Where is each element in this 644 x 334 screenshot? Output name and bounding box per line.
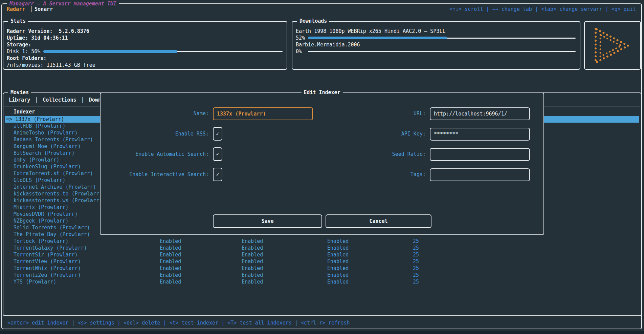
- seed-ratio-input[interactable]: [430, 148, 530, 161]
- downloads-panel: Downloads Earth 1998 1080p WEBRip x265 H…: [292, 21, 580, 70]
- indexer-name: altHUB (Prowlarr): [14, 123, 66, 129]
- save-button[interactable]: Save: [213, 214, 322, 228]
- managarr-app: Managarr – A Servarr management TUI Rada…: [0, 0, 644, 334]
- indexer-priority: 25: [391, 251, 419, 258]
- name-input[interactable]: 1337x (Prowlarr): [213, 107, 313, 120]
- indexer-interactive-search: Enabled: [327, 251, 349, 258]
- movies-tab-separator: │: [81, 97, 84, 103]
- root-folder-free: /nfs/movies: 11511.43 GB free: [7, 62, 95, 68]
- indexer-name: TorrentView (Prowlarr): [14, 258, 81, 265]
- api-key-input[interactable]: ********: [430, 128, 530, 141]
- indexer-priority: 25: [391, 278, 419, 285]
- servarr-tab-separator: │: [30, 6, 33, 13]
- indexer-rss: Enabled: [160, 238, 181, 245]
- download-item-name: Earth 1998 1080p WEBRip x265 Hindi AAC2.…: [296, 28, 446, 35]
- url-input[interactable]: http://localhost:9696/1/: [430, 107, 530, 120]
- indexer-auto-search: Enabled: [242, 238, 263, 245]
- indexer-priority: 25: [391, 238, 419, 245]
- indexer-priority: 25: [391, 258, 419, 265]
- indexer-name: Solid Torrents (Prowlarr): [14, 224, 90, 231]
- indexer-column-header: Indexer: [14, 108, 35, 115]
- tags-input[interactable]: [430, 168, 530, 181]
- disk-usage-bar: [43, 49, 283, 54]
- tab-sonarr[interactable]: Sonarr: [35, 6, 53, 13]
- indexer-name: AnimeTosho (Prowlarr): [14, 129, 78, 136]
- root-folders-heading: Root Folders:: [7, 55, 46, 62]
- managarr-play-logo-icon: [590, 25, 635, 67]
- stats-panel-title: Stats: [8, 18, 28, 24]
- download-progress-bar: [308, 49, 576, 54]
- downloads-panel-title: Downloads: [297, 18, 329, 24]
- tab-radarr[interactable]: Radarr: [7, 6, 25, 13]
- top-keybind-hints: <↑↓> scroll | ←→ change tab | <tab> chan…: [449, 6, 636, 13]
- movies-panel-title: Movies: [8, 89, 31, 96]
- cancel-button[interactable]: Cancel: [326, 214, 431, 228]
- download-progress-bar: [308, 36, 576, 40]
- indexer-name: Badass Torrents (Prowlarr): [14, 136, 93, 143]
- indexer-rss: Enabled: [160, 272, 181, 278]
- terminal-edge-strip: [0, 331, 644, 334]
- download-item-name: Barbie.Mermaidia.2006: [296, 41, 360, 48]
- indexer-auto-search: Enabled: [242, 245, 263, 251]
- indexer-auto-search: Enabled: [242, 251, 263, 258]
- edit-indexer-modal: Edit Indexer Name: 1337x (Prowlarr) Enab…: [100, 92, 544, 235]
- table-row[interactable]: Torlock (Prowlarr)EnabledEnabledEnabled2…: [5, 238, 639, 245]
- enable-automatic-search-checkbox[interactable]: ✓: [213, 147, 222, 161]
- tags-label: Tags:: [339, 168, 426, 181]
- indexer-rss: Enabled: [160, 251, 181, 258]
- table-row[interactable]: Torrentz2eu (Prowlarr)EnabledEnabledEnab…: [5, 272, 639, 278]
- enable-rss-checkbox[interactable]: ✓: [213, 127, 222, 141]
- indexer-interactive-search: Enabled: [327, 272, 349, 278]
- table-row[interactable]: YTS (Prowlarr)EnabledEnabledEnabled25: [5, 278, 639, 285]
- radarr-version: Radarr Version: 5.2.6.8376: [7, 28, 89, 35]
- table-row[interactable]: TorrentGalaxy (Prowlarr)EnabledEnabledEn…: [5, 245, 639, 251]
- indexer-name: BitSearch (Prowlarr): [14, 150, 75, 156]
- indexer-rss: Enabled: [160, 278, 181, 285]
- download-item-percent: 52%: [296, 35, 305, 41]
- tab-collections[interactable]: Collections: [43, 97, 76, 103]
- indexer-name: TorrentSir (Prowlarr): [14, 251, 78, 258]
- seed-ratio-label: Seed Ratio:: [339, 147, 426, 161]
- indexer-rss: Enabled: [160, 245, 181, 251]
- table-row[interactable]: TorrentView (Prowlarr)EnabledEnabledEnab…: [5, 258, 639, 265]
- indexer-auto-search: Enabled: [242, 265, 263, 272]
- table-row[interactable]: TorrentWhiz (Prowlarr)EnabledEnabledEnab…: [5, 265, 639, 272]
- indexer-rss: Enabled: [160, 258, 181, 265]
- indexer-priority: 25: [391, 272, 419, 278]
- storage-heading: Storage:: [7, 41, 31, 48]
- indexer-rss: Enabled: [160, 265, 181, 272]
- indexer-name: MoviesDVDR (Prowlarr): [14, 211, 78, 217]
- indexer-interactive-search: Enabled: [327, 245, 349, 251]
- indexer-name: NZBgeek (Prowlarr): [14, 217, 69, 224]
- disk-bar-fill: [43, 50, 177, 53]
- download-bar-track: [308, 51, 576, 52]
- modal-title: Edit Indexer: [301, 89, 342, 96]
- indexer-name: TorrentWhiz (Prowlarr): [14, 265, 81, 272]
- indexer-interactive-search: Enabled: [327, 258, 349, 265]
- indexer-name: dmhy (Prowlarr): [14, 156, 59, 163]
- indexer-name: Internet Archive (Prowlarr): [14, 184, 96, 190]
- indexer-auto-search: Enabled: [242, 278, 263, 285]
- enable-interactive-search-checkbox[interactable]: ✓: [213, 168, 222, 181]
- uptime: Uptime: 31d 04:36:11: [7, 35, 68, 41]
- indexer-name: GloDLS (Prowlarr): [14, 177, 66, 184]
- stats-panel: Stats Radarr Version: 5.2.6.8376 Uptime:…: [3, 21, 287, 70]
- url-label: URL:: [339, 107, 426, 120]
- indexer-name: Torrentz2eu (Prowlarr): [14, 272, 81, 278]
- indexer-auto-search: Enabled: [242, 272, 263, 278]
- indexer-interactive-search: Enabled: [327, 265, 349, 272]
- indexer-name: The Pirate Bay (Prowlarr): [14, 231, 90, 238]
- indexer-name: Torlock (Prowlarr): [14, 238, 69, 245]
- api-key-label: API Key:: [339, 127, 426, 141]
- indexer-name: kickasstorrents.ws (Prowlarr): [14, 197, 102, 204]
- indexer-name: YTS (Prowlarr): [14, 278, 56, 285]
- indexer-name: TorrentGalaxy (Prowlarr): [14, 245, 87, 251]
- disk-usage-label: Disk 1: 56%: [7, 48, 40, 55]
- enable-automatic-search-label: Enable Automatic Search:: [114, 147, 209, 161]
- indexer-priority: 25: [391, 265, 419, 272]
- tab-library[interactable]: Library: [9, 97, 30, 103]
- indexer-name: Bangumi Moe (Prowlarr): [14, 143, 81, 150]
- table-row[interactable]: TorrentSir (Prowlarr)EnabledEnabledEnabl…: [5, 251, 639, 258]
- download-item-percent: 0%: [296, 48, 302, 55]
- indexer-name: ExtraTorrent.st (Prowlarr): [14, 170, 93, 177]
